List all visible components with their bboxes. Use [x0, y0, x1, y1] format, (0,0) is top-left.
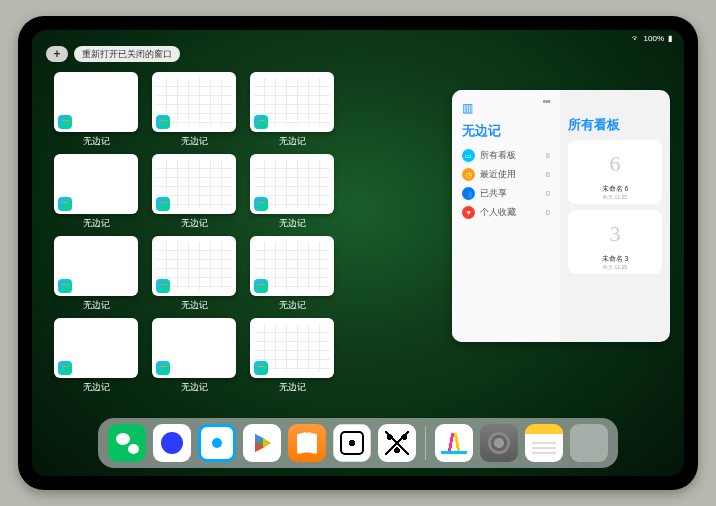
- panel-right-title: 所有看板: [568, 116, 662, 134]
- window-thumbnail[interactable]: 无边记: [54, 154, 138, 230]
- ipad-frame: ᯤ 100% ▮ + 重新打开已关闭的窗口 无边记无边记无边记无边记无边记无边记…: [18, 16, 698, 490]
- freeform-panel[interactable]: ▥ ••• 无边记 ▭所有看板8◷最近使用8👥已共享0♥个人收藏0 所有看板 6…: [452, 90, 670, 342]
- thumbnail-label: 无边记: [279, 217, 306, 230]
- sidebar-item-icon: 👥: [462, 187, 475, 200]
- panel-title: 无边记: [462, 122, 550, 140]
- thumbnail-label: 无边记: [279, 299, 306, 312]
- freeform-app-icon: [58, 361, 72, 375]
- svg-marker-3: [263, 438, 271, 448]
- thumbnail-label: 无边记: [181, 381, 208, 394]
- sidebar-item-count: 0: [546, 208, 550, 217]
- freeform-app-icon: [156, 197, 170, 211]
- freeform-app-icon: [156, 115, 170, 129]
- sidebar-item-label: 个人收藏: [480, 206, 516, 219]
- game-icon[interactable]: [333, 424, 371, 462]
- freeform-app-icon: [254, 197, 268, 211]
- notes-icon[interactable]: [525, 424, 563, 462]
- board-thumbnail: 6: [595, 144, 635, 184]
- sidebar-item[interactable]: ♥个人收藏0: [462, 203, 550, 222]
- thumbnail-preview: [152, 154, 236, 214]
- okx-icon[interactable]: [378, 424, 416, 462]
- thumbnail-preview: [54, 318, 138, 378]
- thumbnail-preview: [152, 318, 236, 378]
- board-timestamp: 昨天 11:25: [603, 264, 627, 270]
- sidebar-item-label: 最近使用: [480, 168, 516, 181]
- battery-text: 100%: [644, 34, 664, 43]
- thumbnail-preview: [250, 154, 334, 214]
- thumbnail-preview: [250, 318, 334, 378]
- freeform-icon[interactable]: [435, 424, 473, 462]
- quark-icon[interactable]: [153, 424, 191, 462]
- thumbnail-label: 无边记: [181, 135, 208, 148]
- freeform-app-icon: [254, 279, 268, 293]
- freeform-app-icon: [254, 361, 268, 375]
- board-timestamp: 昨天 11:25: [603, 194, 627, 200]
- settings-icon[interactable]: [480, 424, 518, 462]
- window-thumbnail[interactable]: 无边记: [54, 236, 138, 312]
- board-card[interactable]: 6未命名 6昨天 11:25: [568, 140, 662, 204]
- thumbnail-label: 无边记: [83, 381, 110, 394]
- plus-icon: +: [53, 47, 60, 61]
- freeform-app-icon: [156, 361, 170, 375]
- reopen-label: 重新打开已关闭的窗口: [82, 48, 172, 61]
- dock: [98, 418, 618, 468]
- wechat-icon[interactable]: [108, 424, 146, 462]
- new-window-button[interactable]: +: [46, 46, 68, 62]
- thumbnail-preview: [54, 154, 138, 214]
- battery-icon: ▮: [668, 34, 672, 43]
- thumbnail-preview: [250, 72, 334, 132]
- sidebar-item-icon: ▭: [462, 149, 475, 162]
- sidebar-item-count: 8: [546, 151, 550, 160]
- freeform-app-icon: [156, 279, 170, 293]
- thumbnail-label: 无边记: [279, 135, 306, 148]
- thumbnail-preview: [54, 236, 138, 296]
- thumbnail-label: 无边记: [83, 299, 110, 312]
- thumbnail-label: 无边记: [83, 135, 110, 148]
- board-card[interactable]: 3未命名 3昨天 11:25: [568, 210, 662, 274]
- thumbnail-preview: [152, 72, 236, 132]
- window-thumbnail[interactable]: 无边记: [152, 236, 236, 312]
- sidebar-item-count: 0: [546, 189, 550, 198]
- window-thumbnail[interactable]: 无边记: [54, 318, 138, 394]
- freeform-app-icon: [58, 115, 72, 129]
- thumbnail-preview: [250, 236, 334, 296]
- app-folder-icon[interactable]: [570, 424, 608, 462]
- thumbnail-preview: [54, 72, 138, 132]
- sidebar-item[interactable]: ▭所有看板8: [462, 146, 550, 165]
- freeform-app-icon: [254, 115, 268, 129]
- status-bar: ᯤ 100% ▮: [632, 34, 672, 43]
- window-thumbnail[interactable]: 无边记: [54, 72, 138, 148]
- window-thumbnail[interactable]: 无边记: [250, 318, 334, 394]
- board-thumbnail: 3: [595, 214, 635, 254]
- sidebar-toggle-icon[interactable]: ▥: [462, 101, 473, 115]
- reopen-closed-window-chip[interactable]: 重新打开已关闭的窗口: [74, 46, 180, 62]
- thumbnail-label: 无边记: [181, 217, 208, 230]
- freeform-app-icon: [58, 197, 72, 211]
- window-thumbnail[interactable]: 无边记: [152, 318, 236, 394]
- board-label: 未命名 3: [602, 254, 629, 264]
- play-icon[interactable]: [243, 424, 281, 462]
- more-icon[interactable]: •••: [542, 96, 550, 107]
- sidebar-item-icon: ◷: [462, 168, 475, 181]
- sidebar-item-label: 已共享: [480, 187, 507, 200]
- sidebar-item-icon: ♥: [462, 206, 475, 219]
- books-icon[interactable]: [288, 424, 326, 462]
- browser-icon[interactable]: [198, 424, 236, 462]
- thumbnail-label: 无边记: [279, 381, 306, 394]
- window-thumbnail[interactable]: 无边记: [152, 72, 236, 148]
- window-thumbnail[interactable]: 无边记: [250, 236, 334, 312]
- thumbnail-label: 无边记: [181, 299, 208, 312]
- dock-separator: [425, 426, 426, 460]
- freeform-app-icon: [58, 279, 72, 293]
- sidebar-item[interactable]: 👥已共享0: [462, 184, 550, 203]
- thumbnail-preview: [152, 236, 236, 296]
- wifi-icon: ᯤ: [632, 34, 640, 43]
- window-thumbnail[interactable]: 无边记: [152, 154, 236, 230]
- window-thumbnail[interactable]: 无边记: [250, 72, 334, 148]
- sidebar-item[interactable]: ◷最近使用8: [462, 165, 550, 184]
- window-thumbnail[interactable]: 无边记: [250, 154, 334, 230]
- thumbnail-label: 无边记: [83, 217, 110, 230]
- sidebar-item-label: 所有看板: [480, 149, 516, 162]
- panel-sidebar: ▥ ••• 无边记 ▭所有看板8◷最近使用8👥已共享0♥个人收藏0: [452, 90, 560, 342]
- sidebar-item-count: 8: [546, 170, 550, 179]
